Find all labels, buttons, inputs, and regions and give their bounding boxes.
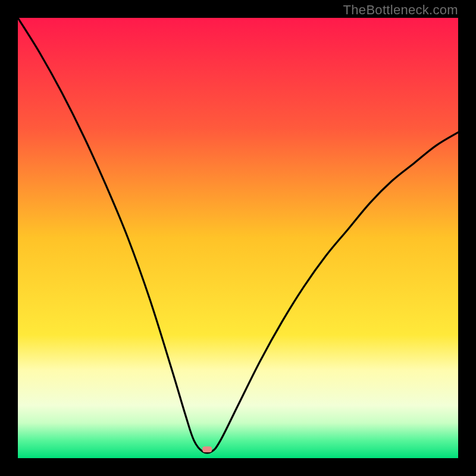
bottleneck-chart [18,18,458,458]
optimum-marker [202,446,212,452]
watermark-text: TheBottleneck.com [343,2,458,18]
gradient-rect [18,18,458,458]
chart-frame: TheBottleneck.com [0,0,476,476]
